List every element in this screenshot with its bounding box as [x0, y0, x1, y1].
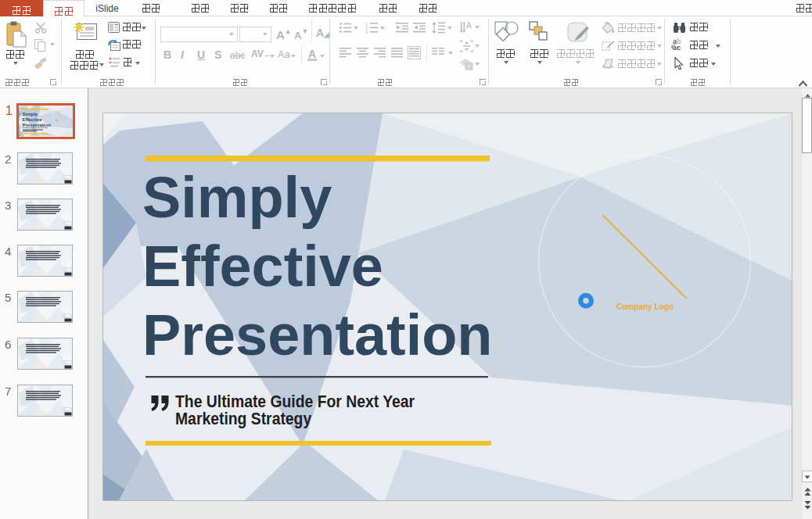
svg-text:A: A	[466, 21, 472, 30]
svg-text:Effective: Effective	[23, 117, 43, 122]
svg-text:Company Logo: Company Logo	[616, 302, 674, 311]
svg-text:Simply: Simply	[23, 112, 38, 116]
svg-text:Presentation: Presentation	[23, 123, 52, 127]
svg-text:3: 3	[365, 30, 368, 34]
